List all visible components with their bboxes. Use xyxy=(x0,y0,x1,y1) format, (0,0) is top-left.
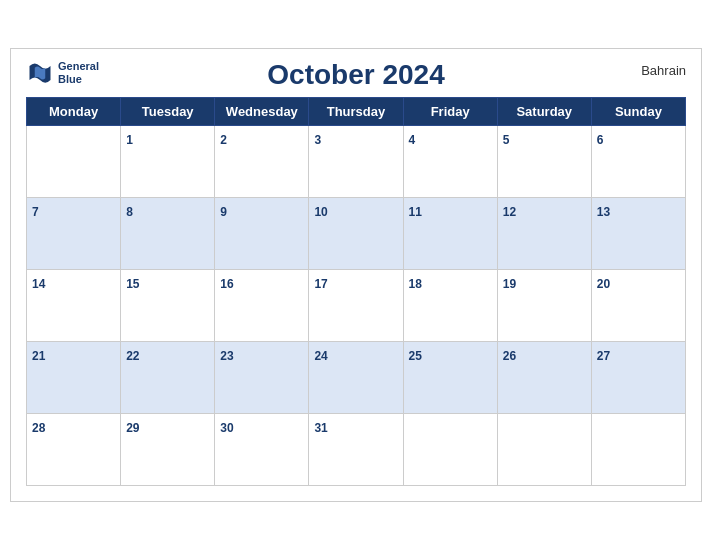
weekday-header-saturday: Saturday xyxy=(497,98,591,126)
day-cell-23: 23 xyxy=(215,342,309,414)
day-cell-1: 1 xyxy=(121,126,215,198)
day-number-1: 1 xyxy=(126,133,133,147)
day-number-22: 22 xyxy=(126,349,139,363)
empty-cell xyxy=(403,414,497,486)
day-cell-16: 16 xyxy=(215,270,309,342)
day-number-8: 8 xyxy=(126,205,133,219)
calendar-title: October 2024 xyxy=(267,59,444,91)
weekday-header-tuesday: Tuesday xyxy=(121,98,215,126)
day-cell-9: 9 xyxy=(215,198,309,270)
day-cell-19: 19 xyxy=(497,270,591,342)
week-row-1: 123456 xyxy=(27,126,686,198)
day-number-15: 15 xyxy=(126,277,139,291)
day-cell-28: 28 xyxy=(27,414,121,486)
day-cell-6: 6 xyxy=(591,126,685,198)
day-cell-14: 14 xyxy=(27,270,121,342)
empty-cell xyxy=(497,414,591,486)
day-number-2: 2 xyxy=(220,133,227,147)
day-number-3: 3 xyxy=(314,133,321,147)
day-cell-11: 11 xyxy=(403,198,497,270)
day-cell-8: 8 xyxy=(121,198,215,270)
week-row-4: 21222324252627 xyxy=(27,342,686,414)
day-cell-27: 27 xyxy=(591,342,685,414)
day-number-23: 23 xyxy=(220,349,233,363)
calendar-container: General Blue October 2024 Bahrain Monday… xyxy=(10,48,702,502)
day-number-11: 11 xyxy=(409,205,422,219)
day-number-13: 13 xyxy=(597,205,610,219)
day-number-16: 16 xyxy=(220,277,233,291)
day-number-10: 10 xyxy=(314,205,327,219)
country-label: Bahrain xyxy=(641,63,686,78)
day-cell-13: 13 xyxy=(591,198,685,270)
day-cell-5: 5 xyxy=(497,126,591,198)
logo-area: General Blue xyxy=(26,59,99,87)
day-number-24: 24 xyxy=(314,349,327,363)
day-number-20: 20 xyxy=(597,277,610,291)
day-cell-31: 31 xyxy=(309,414,403,486)
day-cell-24: 24 xyxy=(309,342,403,414)
day-cell-26: 26 xyxy=(497,342,591,414)
day-cell-18: 18 xyxy=(403,270,497,342)
calendar-header: General Blue October 2024 Bahrain xyxy=(26,59,686,91)
calendar-grid: MondayTuesdayWednesdayThursdayFridaySatu… xyxy=(26,97,686,486)
empty-cell xyxy=(27,126,121,198)
day-number-27: 27 xyxy=(597,349,610,363)
day-number-6: 6 xyxy=(597,133,604,147)
title-area: October 2024 xyxy=(267,59,444,91)
generalblue-logo-icon xyxy=(26,59,54,87)
day-number-21: 21 xyxy=(32,349,45,363)
day-number-12: 12 xyxy=(503,205,516,219)
day-cell-10: 10 xyxy=(309,198,403,270)
day-cell-25: 25 xyxy=(403,342,497,414)
logo-text: General Blue xyxy=(58,60,99,86)
day-number-19: 19 xyxy=(503,277,516,291)
day-number-14: 14 xyxy=(32,277,45,291)
weekday-header-sunday: Sunday xyxy=(591,98,685,126)
day-number-30: 30 xyxy=(220,421,233,435)
day-number-26: 26 xyxy=(503,349,516,363)
day-cell-12: 12 xyxy=(497,198,591,270)
day-number-4: 4 xyxy=(409,133,416,147)
day-number-31: 31 xyxy=(314,421,327,435)
day-cell-2: 2 xyxy=(215,126,309,198)
empty-cell xyxy=(591,414,685,486)
day-number-7: 7 xyxy=(32,205,39,219)
day-number-28: 28 xyxy=(32,421,45,435)
weekday-header-friday: Friday xyxy=(403,98,497,126)
day-number-9: 9 xyxy=(220,205,227,219)
day-cell-3: 3 xyxy=(309,126,403,198)
day-number-25: 25 xyxy=(409,349,422,363)
day-cell-20: 20 xyxy=(591,270,685,342)
weekday-header-thursday: Thursday xyxy=(309,98,403,126)
day-number-5: 5 xyxy=(503,133,510,147)
day-number-18: 18 xyxy=(409,277,422,291)
day-number-29: 29 xyxy=(126,421,139,435)
day-cell-21: 21 xyxy=(27,342,121,414)
week-row-2: 78910111213 xyxy=(27,198,686,270)
week-row-3: 14151617181920 xyxy=(27,270,686,342)
weekday-header-row: MondayTuesdayWednesdayThursdayFridaySatu… xyxy=(27,98,686,126)
day-cell-17: 17 xyxy=(309,270,403,342)
weekday-header-wednesday: Wednesday xyxy=(215,98,309,126)
weekday-header-monday: Monday xyxy=(27,98,121,126)
day-cell-29: 29 xyxy=(121,414,215,486)
day-cell-15: 15 xyxy=(121,270,215,342)
week-row-5: 28293031 xyxy=(27,414,686,486)
day-cell-30: 30 xyxy=(215,414,309,486)
day-cell-22: 22 xyxy=(121,342,215,414)
day-cell-4: 4 xyxy=(403,126,497,198)
day-number-17: 17 xyxy=(314,277,327,291)
day-cell-7: 7 xyxy=(27,198,121,270)
